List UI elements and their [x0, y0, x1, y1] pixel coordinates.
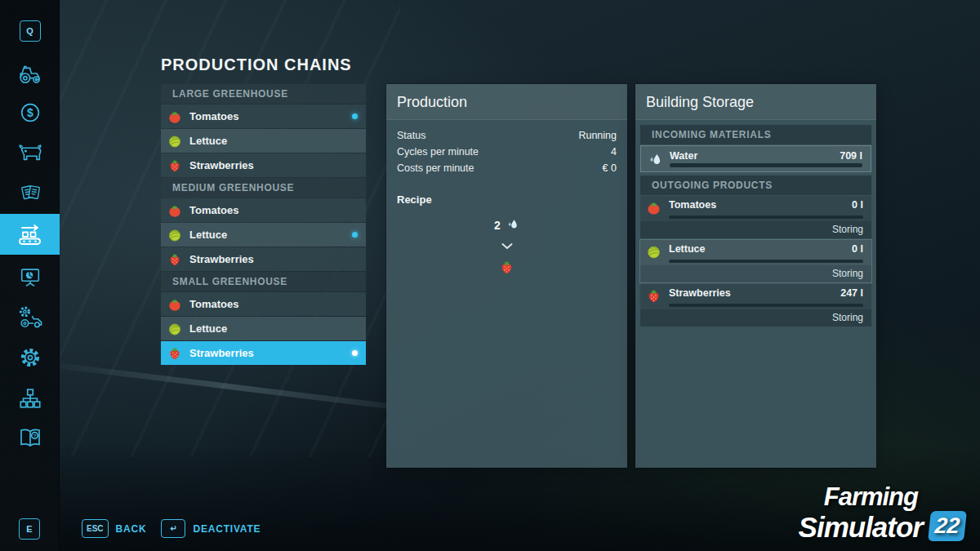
- storage-row-tomatoes[interactable]: Tomatoes 0 l Storing: [640, 196, 871, 238]
- sidebar-item-contracts[interactable]: [0, 175, 60, 211]
- svg-text:?: ?: [33, 433, 36, 438]
- costs-value: € 0: [603, 162, 617, 174]
- e-key-badge: E: [19, 518, 40, 540]
- storage-row-value: 0 l: [852, 199, 863, 211]
- sidebar-item-help[interactable]: ?: [0, 420, 60, 455]
- tomato-icon: [646, 200, 662, 216]
- recipe-input-quantity: 2: [494, 219, 501, 232]
- statistics-board-icon: [18, 265, 42, 290]
- chain-item-label: Tomatoes: [189, 298, 238, 310]
- chain-item-medium-tomatoes[interactable]: Tomatoes: [161, 198, 366, 222]
- storage-row-status: Storing: [640, 221, 871, 238]
- sidebar: Q $ ?: [0, 0, 60, 551]
- tractor-icon: [17, 61, 43, 86]
- footer-hints: ESC BACK ↵ DEACTIVATE: [82, 519, 261, 538]
- sidebar-item-production[interactable]: [0, 214, 60, 255]
- section-header-medium-greenhouse: MEDIUM GREENHOUSE: [161, 178, 366, 198]
- storage-row-status: Storing: [640, 265, 871, 282]
- chain-item-medium-lettuce[interactable]: Lettuce: [161, 223, 366, 247]
- chain-item-medium-strawberries[interactable]: Strawberries: [161, 247, 366, 271]
- q-key-badge: Q: [20, 20, 41, 42]
- costs-row: Costs per minute € 0: [397, 162, 617, 174]
- chain-item-large-strawberries[interactable]: Strawberries: [161, 153, 366, 177]
- chain-item-large-tomatoes[interactable]: Tomatoes: [161, 104, 366, 128]
- chain-item-label: Lettuce: [189, 229, 227, 241]
- costs-label: Costs per minute: [397, 162, 474, 174]
- section-header-large-greenhouse: LARGE GREENHOUSE: [161, 84, 366, 104]
- lettuce-icon: [167, 134, 182, 149]
- sidebar-item-statistics[interactable]: [0, 260, 60, 295]
- storage-row-value: 247 l: [840, 287, 863, 299]
- fill-bar-track: [670, 163, 862, 167]
- svg-text:$: $: [27, 106, 33, 119]
- chain-item-label: Strawberries: [189, 159, 254, 171]
- chain-item-label: Strawberries: [189, 253, 254, 265]
- lettuce-icon: [167, 322, 182, 336]
- storage-row-lettuce[interactable]: Lettuce 0 l Storing: [640, 240, 871, 282]
- water-drop-icon: [647, 151, 663, 167]
- building-storage-panel: Building Storage INCOMING MATERIALS Wate…: [635, 84, 876, 468]
- building-storage-title: Building Storage: [635, 84, 876, 120]
- cycles-label: Cycles per minute: [397, 146, 479, 158]
- vehicle-service-icon: [17, 304, 43, 329]
- chain-item-small-lettuce[interactable]: Lettuce: [161, 317, 366, 340]
- chain-item-small-strawberries-selected[interactable]: Strawberries: [161, 341, 366, 365]
- esc-key-badge: ESC: [82, 519, 109, 538]
- chain-item-label: Strawberries: [189, 347, 254, 359]
- storage-row-label: Lettuce: [669, 243, 705, 255]
- chain-item-label: Lettuce: [189, 322, 227, 335]
- strawberry-icon: [167, 158, 182, 173]
- recipe-diagram: 2: [397, 217, 617, 278]
- chain-item-label: Lettuce: [189, 135, 227, 147]
- production-chains-list: LARGE GREENHOUSE Tomatoes Lettuce Strawb…: [161, 84, 366, 366]
- recipe-title: Recipe: [397, 193, 617, 206]
- fill-bar-track: [669, 216, 863, 219]
- fill-bar-track: [669, 260, 863, 263]
- production-panel: Production Status Running Cycles per min…: [386, 84, 627, 468]
- recipe-input: 2: [494, 217, 519, 233]
- water-drop-icon: [506, 217, 519, 233]
- storage-row-label: Strawberries: [669, 287, 731, 299]
- chain-item-small-tomatoes[interactable]: Tomatoes: [161, 292, 366, 316]
- incoming-materials-header: INCOMING MATERIALS: [640, 125, 871, 144]
- back-button[interactable]: ESC BACK: [82, 519, 146, 538]
- section-header-small-greenhouse: SMALL GREENHOUSE: [161, 272, 366, 291]
- storage-row-water[interactable]: Water 709 l: [640, 145, 871, 172]
- page-title: PRODUCTION CHAINS: [161, 56, 352, 74]
- active-dot: [352, 113, 358, 119]
- finances-coin-icon: $: [18, 100, 42, 125]
- storage-row-strawberries[interactable]: Strawberries 247 l Storing: [640, 284, 871, 327]
- production-panel-title: Production: [386, 84, 627, 120]
- cycles-row: Cycles per minute 4: [397, 146, 617, 158]
- e-key-hint: E: [19, 518, 40, 540]
- animals-cow-icon: [17, 140, 43, 163]
- status-label: Status: [397, 130, 425, 141]
- sidebar-item-vehicles[interactable]: [0, 56, 60, 91]
- contracts-icon: [18, 180, 42, 205]
- tomato-icon: [167, 109, 182, 124]
- back-label: BACK: [116, 523, 147, 535]
- sidebar-item-network[interactable]: [0, 380, 60, 416]
- chain-item-label: Tomatoes: [189, 204, 238, 216]
- sidebar-item-finances[interactable]: $: [0, 95, 60, 131]
- storage-row-value: 0 l: [852, 243, 863, 255]
- sidebar-item-settings[interactable]: [0, 340, 60, 375]
- status-row: Status Running: [397, 130, 617, 141]
- chevron-down-icon: [501, 238, 514, 253]
- logo-number-22: 22: [928, 511, 967, 541]
- production-conveyor-icon: [16, 222, 44, 247]
- logo-word-farming: Farming: [799, 484, 918, 509]
- storage-row-label: Water: [670, 150, 697, 162]
- sidebar-item-animals[interactable]: [0, 134, 60, 170]
- tomato-icon: [167, 297, 182, 312]
- enter-key-badge: ↵: [161, 519, 185, 538]
- deactivate-button[interactable]: ↵ DEACTIVATE: [161, 519, 261, 538]
- tomato-icon: [167, 203, 182, 218]
- storage-row-status: Storing: [640, 309, 871, 327]
- deactivate-label: DEACTIVATE: [193, 523, 261, 535]
- sidebar-item-maintenance[interactable]: [0, 299, 60, 335]
- q-key-hint: Q: [0, 13, 60, 49]
- chain-item-large-lettuce[interactable]: Lettuce: [161, 129, 366, 153]
- farming-simulator-logo: Farming Simulator 22: [799, 484, 965, 541]
- lettuce-icon: [167, 228, 182, 242]
